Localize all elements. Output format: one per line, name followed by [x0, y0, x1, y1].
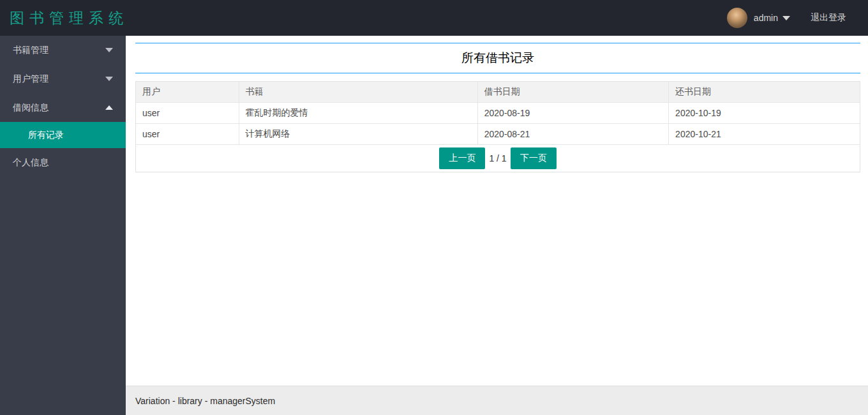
sidebar-subitem-label: 所有记录	[28, 130, 64, 141]
sidebar-subitem-all-records[interactable]: 所有记录	[0, 122, 126, 148]
table-header-row: 用户 书籍 借书日期 还书日期	[136, 82, 860, 103]
column-header-borrow-date: 借书日期	[477, 82, 668, 103]
cell-return-date: 2020-10-19	[669, 103, 860, 124]
header-right: admin 退出登录	[727, 8, 868, 28]
user-menu[interactable]: admin	[754, 13, 790, 23]
records-table-container: 用户 书籍 借书日期 还书日期 user 霍乱时期的爱情 2020-08-19 …	[135, 81, 860, 172]
chevron-down-icon	[105, 77, 113, 81]
table-row: user 霍乱时期的爱情 2020-08-19 2020-10-19	[136, 103, 860, 124]
column-header-book: 书籍	[239, 82, 477, 103]
app-title: 图书管理系统	[0, 8, 128, 28]
page-title: 所有借书记录	[461, 50, 534, 66]
table-row: user 计算机网络 2020-08-21 2020-10-21	[136, 124, 860, 145]
cell-return-date: 2020-10-21	[669, 124, 860, 145]
cell-user: user	[136, 124, 239, 145]
sidebar-item-label: 个人信息	[13, 157, 113, 169]
footer-text: Variation - library - managerSystem	[135, 396, 275, 406]
prev-page-button[interactable]: 上一页	[439, 147, 485, 169]
sidebar-item-profile[interactable]: 个人信息	[0, 148, 126, 177]
chevron-down-icon	[782, 16, 790, 20]
column-header-user: 用户	[136, 82, 239, 103]
footer: Variation - library - managerSystem	[126, 386, 868, 415]
sidebar-item-users[interactable]: 用户管理	[0, 64, 126, 93]
sidebar-item-books[interactable]: 书籍管理	[0, 36, 126, 64]
cell-borrow-date: 2020-08-21	[477, 124, 668, 145]
page-title-panel: 所有借书记录	[135, 43, 860, 73]
username-label: admin	[754, 13, 778, 23]
sidebar-item-borrow-info[interactable]: 借阅信息	[0, 93, 126, 122]
cell-book: 计算机网络	[239, 124, 477, 145]
top-header: 图书管理系统 admin 退出登录	[0, 0, 868, 36]
sidebar-item-label: 书籍管理	[13, 45, 105, 56]
pagination: 上一页 1 / 1 下一页	[136, 145, 860, 172]
records-table: 用户 书籍 借书日期 还书日期 user 霍乱时期的爱情 2020-08-19 …	[136, 82, 860, 145]
sidebar-item-label: 借阅信息	[13, 102, 105, 114]
logout-button[interactable]: 退出登录	[811, 12, 846, 24]
chevron-down-icon	[105, 48, 113, 52]
cell-user: user	[136, 103, 239, 124]
user-avatar[interactable]	[727, 8, 747, 28]
chevron-up-icon	[105, 105, 113, 110]
sidebar-item-label: 用户管理	[13, 73, 105, 85]
page-indicator: 1 / 1	[489, 153, 506, 163]
cell-borrow-date: 2020-08-19	[477, 103, 668, 124]
column-header-return-date: 还书日期	[669, 82, 860, 103]
sidebar: 书籍管理 用户管理 借阅信息 所有记录 个人信息	[0, 36, 126, 415]
main-content: 所有借书记录 用户 书籍 借书日期 还书日期 user 霍乱时期的爱情 20	[126, 36, 868, 415]
next-page-button[interactable]: 下一页	[511, 147, 557, 169]
cell-book: 霍乱时期的爱情	[239, 103, 477, 124]
page-body: 书籍管理 用户管理 借阅信息 所有记录 个人信息 所有借书记录 用户	[0, 36, 868, 415]
